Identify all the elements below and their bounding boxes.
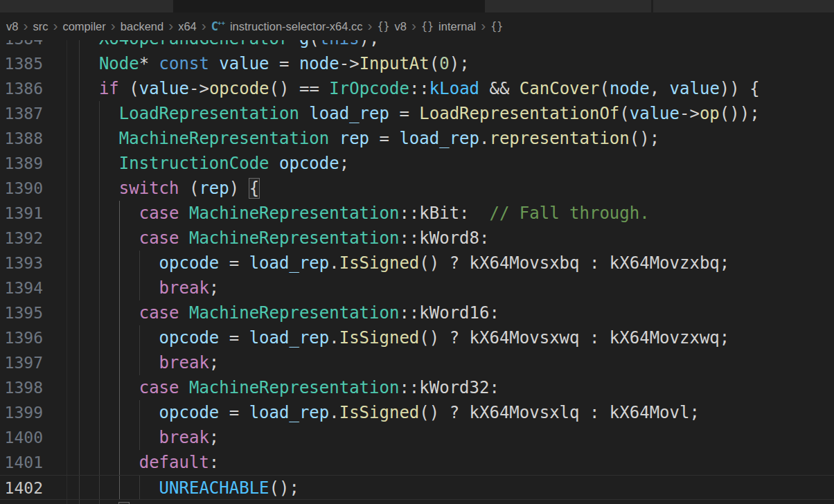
code-token-plain: [79, 104, 119, 123]
code-line-row-1402[interactable]: 1402 UNREACHABLE();: [0, 475, 834, 500]
code-token-plain: );: [450, 54, 470, 73]
breadcrumb-separator-icon: ›: [48, 17, 62, 34]
breadcrumb-separator-icon: ›: [476, 17, 490, 34]
code-line-text: }: [79, 500, 129, 504]
code-line-row-1393[interactable]: 1393 opcode = load_rep.IsSigned() ? kX64…: [0, 251, 834, 276]
code-line-text: case MachineRepresentation::kWord16:: [79, 300, 499, 325]
code-token-var: node: [299, 54, 339, 73]
breadcrumb-item-src[interactable]: src: [33, 20, 48, 33]
code-token-type: IrOpcode: [329, 79, 409, 98]
code-token-plain: =: [269, 54, 299, 73]
line-number[interactable]: 1399: [0, 400, 43, 425]
code-token-comment: // Fall through.: [489, 204, 649, 223]
line-number[interactable]: 1400: [0, 425, 43, 450]
breadcrumb-separator-icon: ›: [197, 17, 211, 34]
code-token-plain: () ? kX64Movsxwq : kX64Movzxwq;: [419, 328, 729, 348]
line-number[interactable]: 1393: [0, 251, 43, 276]
breadcrumb-symbol-internal[interactable]: internal: [438, 20, 476, 33]
code-token-plain: ;: [209, 353, 219, 372]
line-number[interactable]: 1385: [0, 51, 43, 76]
code-token-plain: (: [619, 104, 629, 123]
code-token-type: MachineRepresentation: [189, 303, 399, 323]
line-number[interactable]: 1386: [0, 76, 43, 101]
code-line-row-1389[interactable]: 1389 InstructionCode opcode;: [0, 151, 834, 176]
code-line-row-1400[interactable]: 1400 break;: [0, 425, 834, 450]
breadcrumb-item-v8[interactable]: v8: [6, 20, 18, 33]
code-token-plain: ::kWord32:: [399, 378, 499, 397]
breadcrumb: v8›src›compiler›backend›x64›C++instructi…: [0, 12, 834, 40]
code-token-plain: (: [179, 179, 199, 198]
line-number[interactable]: 1394: [0, 276, 43, 300]
code-line-text: InstructionCode opcode;: [79, 151, 349, 176]
code-token-plain: .: [329, 403, 339, 422]
breadcrumb-separator-icon: ›: [407, 17, 421, 34]
line-number[interactable]: 1388: [0, 126, 43, 151]
breadcrumb-symbol-v8[interactable]: v8: [395, 20, 407, 33]
code-token-plain: () ? kX64Movsxlq : kX64Movl;: [419, 403, 700, 422]
line-number[interactable]: 1402: [0, 476, 43, 501]
code-token-fn: LoadRepresentationOf: [419, 104, 619, 123]
code-token-plain: =: [369, 129, 399, 148]
breadcrumb-item-x64[interactable]: x64: [178, 20, 197, 33]
code-token-plain: =: [219, 403, 249, 422]
code-token-plain: :: [209, 453, 219, 472]
code-line-row-1396[interactable]: 1396 opcode = load_rep.IsSigned() ? kX64…: [0, 325, 834, 350]
line-number[interactable]: 1395: [0, 300, 43, 325]
code-token-fn: CanCover: [520, 79, 600, 98]
code-line-row-1391[interactable]: 1391 case MachineRepresentation::kBit: /…: [0, 201, 834, 226]
code-token-var: load_rep: [249, 253, 330, 273]
breadcrumb-item-file[interactable]: instruction-selector-x64.cc: [230, 20, 363, 33]
code-token-plain: [79, 253, 159, 273]
line-number[interactable]: 1389: [0, 151, 43, 176]
code-editor[interactable]: 1384 X64OperandGenerator g(this);1385 No…: [0, 0, 834, 504]
code-token-fn: InputAt: [360, 54, 429, 73]
line-number[interactable]: 1387: [0, 101, 43, 126]
line-number[interactable]: [0, 500, 43, 504]
tab-inactive-left[interactable]: [0, 0, 173, 12]
code-token-enum: UNREACHABLE: [159, 478, 269, 498]
tab-inactive-right-2[interactable]: [653, 0, 834, 12]
code-token-plain: [79, 478, 159, 498]
line-number[interactable]: 1391: [0, 201, 43, 226]
code-token-plain: [79, 54, 99, 73]
line-number[interactable]: 1398: [0, 375, 43, 400]
line-number[interactable]: 1397: [0, 350, 43, 375]
code-token-plain: ();: [630, 129, 659, 148]
code-token-plain: ->: [680, 104, 700, 123]
code-line-row-1385[interactable]: 1385 Node* const value = node->InputAt(0…: [0, 51, 834, 76]
code-line-text: case MachineRepresentation::kBit: // Fal…: [79, 201, 650, 226]
line-number[interactable]: 1396: [0, 325, 43, 350]
code-token-var: rep: [199, 179, 229, 198]
line-number[interactable]: 1390: [0, 176, 43, 201]
code-line-text: default:: [79, 450, 219, 475]
code-line-row-1403[interactable]: }: [0, 500, 834, 504]
tab-inactive-right-1[interactable]: [485, 0, 651, 12]
tab-active[interactable]: [173, 0, 485, 12]
code-token-ctrl: break: [159, 278, 209, 298]
code-token-plain: [299, 104, 309, 123]
code-token-plain: [179, 303, 189, 323]
code-line-row-1387[interactable]: 1387 LoadRepresentation load_rep = LoadR…: [0, 101, 834, 126]
code-line-row-1401[interactable]: 1401 default:: [0, 450, 834, 475]
code-line-row-1397[interactable]: 1397 break;: [0, 350, 834, 375]
code-line-row-1390[interactable]: 1390 switch (rep) {: [0, 176, 834, 201]
code-line-row-1394[interactable]: 1394 break;: [0, 276, 834, 300]
line-number[interactable]: 1401: [0, 450, 43, 475]
breadcrumb-item-backend[interactable]: backend: [121, 20, 163, 33]
code-line-row-1399[interactable]: 1399 opcode = load_rep.IsSigned() ? kX64…: [0, 400, 834, 425]
code-line-row-1392[interactable]: 1392 case MachineRepresentation::kWord8:: [0, 226, 834, 251]
code-token-plain: [79, 204, 139, 223]
code-token-var: opcode: [159, 328, 220, 348]
code-line-text: MachineRepresentation rep = load_rep.rep…: [79, 126, 659, 151]
breadcrumb-item-compiler[interactable]: compiler: [62, 20, 105, 33]
code-token-plain: [179, 378, 189, 397]
code-token-var: value: [670, 79, 720, 98]
code-token-plain: [79, 303, 139, 323]
code-token-plain: [79, 428, 159, 447]
code-line-row-1395[interactable]: 1395 case MachineRepresentation::kWord16…: [0, 300, 834, 325]
code-line-text: break;: [79, 276, 219, 300]
code-line-row-1398[interactable]: 1398 case MachineRepresentation::kWord32…: [0, 375, 834, 400]
code-line-row-1386[interactable]: 1386 if (value->opcode() == IrOpcode::kL…: [0, 76, 834, 101]
code-line-row-1388[interactable]: 1388 MachineRepresentation rep = load_re…: [0, 126, 834, 151]
line-number[interactable]: 1392: [0, 226, 43, 251]
